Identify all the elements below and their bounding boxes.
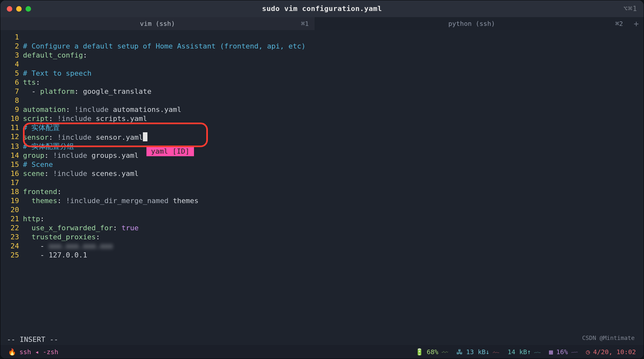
code-line[interactable]: 5# Text to speech bbox=[0, 69, 644, 78]
line-number: 25 bbox=[0, 251, 23, 260]
battery-text: 68% bbox=[427, 347, 438, 356]
code-line[interactable]: 20 bbox=[0, 205, 644, 214]
window-shortcut-hint: ⌥⌘1 bbox=[623, 4, 637, 13]
code-line[interactable]: 6tts: bbox=[0, 78, 644, 87]
code-line[interactable]: 8 bbox=[0, 96, 644, 105]
line-number: 14 bbox=[0, 151, 23, 160]
terminal-window: sudo vim configuration.yaml ⌥⌘1 vim (ssh… bbox=[0, 0, 644, 359]
code-content: script: !include scripts.yaml bbox=[23, 114, 147, 123]
line-number: 23 bbox=[0, 233, 23, 242]
code-line[interactable]: 24 - xxx.xxx.xxx.xxx bbox=[0, 242, 644, 251]
code-content: scene: !include scenes.yaml bbox=[23, 169, 139, 178]
code-line[interactable]: 18frontend: bbox=[0, 187, 644, 196]
code-line[interactable]: 3default_config: bbox=[0, 51, 644, 60]
tab-shortcut: ⌘1 bbox=[301, 19, 309, 28]
tab-shortcut: ⌘2 bbox=[615, 19, 623, 28]
code-line[interactable]: 19 themes: !include_dir_merge_named them… bbox=[0, 196, 644, 205]
add-tab-button[interactable]: + bbox=[629, 17, 644, 30]
code-line[interactable]: 21http: bbox=[0, 214, 644, 223]
line-number: 16 bbox=[0, 169, 23, 178]
code-content: frontend: bbox=[23, 187, 61, 196]
net-down-indicator: 🖧 13 kB↓ bbox=[456, 347, 499, 356]
code-line[interactable]: 25 - 127.0.0.1 bbox=[0, 251, 644, 260]
code-content: http: bbox=[23, 214, 44, 223]
highlight-rectangle bbox=[23, 123, 208, 147]
line-number: 15 bbox=[0, 160, 23, 169]
editor[interactable]: 12# Configure a default setup of Home As… bbox=[0, 30, 644, 345]
clock-indicator: ◷ 4/20, 10:02 bbox=[586, 347, 636, 356]
code-content: group: !include groups.yaml bbox=[23, 151, 139, 160]
completion-popup[interactable]: yaml [ID] bbox=[146, 147, 194, 156]
line-number: 18 bbox=[0, 187, 23, 196]
process-indicator: 🔥 ssh ◂ -zsh bbox=[8, 347, 58, 356]
net-up-indicator: 14 kB↑ bbox=[508, 347, 541, 356]
clock-icon: ◷ bbox=[586, 347, 590, 356]
line-number: 4 bbox=[0, 60, 23, 69]
line-number: 13 bbox=[0, 142, 23, 151]
code-content: - 127.0.0.1 bbox=[23, 251, 87, 260]
sparkline-icon bbox=[442, 349, 448, 355]
net-down-text: 13 kB↓ bbox=[466, 347, 489, 356]
code-line[interactable]: 10script: !include scripts.yaml bbox=[0, 114, 644, 123]
line-number: 6 bbox=[0, 78, 23, 87]
line-number: 9 bbox=[0, 105, 23, 114]
code-content: - platform: google_translate bbox=[23, 87, 151, 96]
network-icon: 🖧 bbox=[456, 347, 463, 356]
tab-label: vim (ssh) bbox=[140, 19, 175, 28]
watermark: CSDN @Mintimate bbox=[582, 333, 635, 343]
line-number: 3 bbox=[0, 51, 23, 60]
code-line[interactable]: 22 use_x_forwarded_for: true bbox=[0, 223, 644, 233]
line-number: 10 bbox=[0, 114, 23, 123]
line-number: 21 bbox=[0, 214, 23, 223]
code-line[interactable]: 16scene: !include scenes.yaml bbox=[0, 169, 644, 178]
window-title: sudo vim configuration.yaml bbox=[0, 4, 644, 13]
code-line[interactable]: 2# Configure a default setup of Home Ass… bbox=[0, 42, 644, 51]
sparkline-icon bbox=[493, 349, 499, 355]
code-content: automation: !include automations.yaml bbox=[23, 105, 181, 114]
fire-icon: 🔥 bbox=[8, 347, 16, 356]
titlebar: sudo vim configuration.yaml ⌥⌘1 bbox=[0, 0, 644, 17]
line-number: 7 bbox=[0, 87, 23, 96]
sparkline-icon bbox=[534, 349, 541, 355]
line-number: 1 bbox=[0, 33, 23, 42]
battery-indicator: 🔋 68% bbox=[415, 347, 448, 356]
tmux-statusbar: 🔥 ssh ◂ -zsh 🔋 68% 🖧 13 kB↓ 14 kB↑ ▦ 16%… bbox=[0, 345, 644, 359]
code-line[interactable]: 1 bbox=[0, 33, 644, 42]
code-content: tts: bbox=[23, 78, 40, 87]
line-number: 11 bbox=[0, 123, 23, 132]
code-content: # Scene bbox=[23, 160, 53, 169]
cpu-icon: ▦ bbox=[549, 347, 553, 356]
net-up-text: 14 kB↑ bbox=[508, 347, 531, 356]
code-content: themes: !include_dir_merge_named themes bbox=[23, 196, 199, 205]
line-number: 24 bbox=[0, 242, 23, 251]
code-line[interactable]: 23 trusted_proxies: bbox=[0, 233, 644, 242]
completion-item: yaml [ID] bbox=[151, 147, 189, 156]
sparkline-icon bbox=[571, 349, 578, 355]
clock-text: 4/20, 10:02 bbox=[593, 347, 636, 356]
process-text: ssh ◂ -zsh bbox=[19, 347, 58, 356]
code-line[interactable]: 14group: !include groups.yaml bbox=[0, 151, 644, 160]
code-line[interactable]: 17 bbox=[0, 178, 644, 187]
code-content: use_x_forwarded_for: true bbox=[23, 223, 139, 233]
code-line[interactable]: 9automation: !include automations.yaml bbox=[0, 105, 644, 114]
line-number: 8 bbox=[0, 96, 23, 105]
battery-icon: 🔋 bbox=[415, 347, 424, 356]
tab-vim[interactable]: vim (ssh) ⌘1 bbox=[0, 17, 315, 30]
code-line[interactable]: 7 - platform: google_translate bbox=[0, 87, 644, 96]
code-content: # Text to speech bbox=[23, 69, 91, 78]
line-number: 20 bbox=[0, 205, 23, 214]
line-number: 19 bbox=[0, 196, 23, 205]
cpu-indicator: ▦ 16% bbox=[549, 347, 577, 356]
vim-mode: -- INSERT -- bbox=[7, 335, 58, 344]
code-content: default_config: bbox=[23, 51, 87, 60]
code-line[interactable]: 4 bbox=[0, 60, 644, 69]
code-line[interactable]: 15# Scene bbox=[0, 160, 644, 169]
code-content: # Configure a default setup of Home Assi… bbox=[23, 42, 306, 51]
cpu-text: 16% bbox=[556, 347, 568, 356]
code-content: - xxx.xxx.xxx.xxx bbox=[23, 242, 113, 251]
line-number: 22 bbox=[0, 223, 23, 233]
line-number: 12 bbox=[0, 132, 23, 142]
tab-bar: vim (ssh) ⌘1 python (ssh) ⌘2 + bbox=[0, 17, 644, 30]
tab-python[interactable]: python (ssh) ⌘2 bbox=[315, 17, 629, 30]
code-content: trusted_proxies: bbox=[23, 233, 100, 242]
